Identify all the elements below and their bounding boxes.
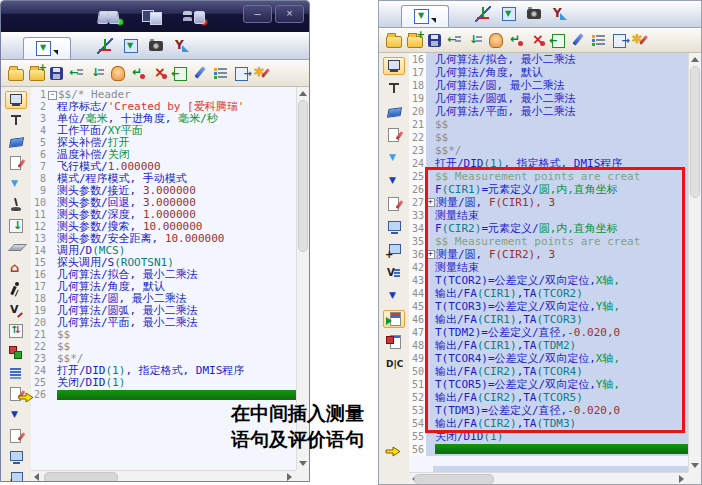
outline-tree-icon[interactable] <box>213 65 229 81</box>
code-line-20[interactable]: 20几何算法/平面, 最小二乘法 <box>409 105 688 118</box>
code-line-21[interactable]: 21$$ <box>409 118 688 131</box>
editor-window-icon[interactable] <box>124 39 138 53</box>
code-line-42[interactable]: 42测量结束 <box>409 261 688 274</box>
code-line-25[interactable]: 25关闭/DID(1) <box>31 377 296 389</box>
minimize-button[interactable]: – <box>243 5 272 23</box>
code-line-34[interactable]: 34F(CIR2)=元素定义/圆,内,直角坐标 <box>409 222 688 235</box>
sidebar-plane-tool-icon[interactable] <box>5 238 27 256</box>
sidebar-pin-editor-icon[interactable] <box>5 91 27 109</box>
sidebar-expand-arrow-dark2-icon[interactable] <box>383 287 405 305</box>
tab-program-editor[interactable] <box>23 37 71 59</box>
edit-pen-icon[interactable] <box>570 32 586 48</box>
goto-next-icon[interactable] <box>467 32 483 48</box>
code-line-50[interactable]: 50输出/FA(CIR2),TA(TCOR4) <box>409 365 688 378</box>
hand-pan-icon[interactable] <box>489 33 503 48</box>
code-line-35[interactable]: 35$$ Measurement points are creat <box>409 235 688 248</box>
sidebar-eval-list-icon[interactable] <box>383 333 405 351</box>
vertical-scroll-thumb[interactable] <box>690 66 700 198</box>
fold-toggle-icon[interactable]: - <box>48 91 57 100</box>
export-code-icon[interactable] <box>613 34 626 48</box>
horizontal-scrollbar[interactable] <box>31 470 296 482</box>
camera-icon[interactable] <box>527 9 541 19</box>
horizontal-scroll-thumb[interactable] <box>414 474 494 485</box>
open-add-icon[interactable] <box>29 69 45 81</box>
sidebar-program-lines-icon[interactable] <box>5 364 27 382</box>
sidebar-expand-arrow-dark-icon[interactable] <box>383 172 405 190</box>
sidebar-swap-axes-icon[interactable] <box>5 322 27 340</box>
code-line-25[interactable]: 25$$ Measurement points are creat <box>409 170 688 183</box>
sidebar-eraser-icon[interactable] <box>383 103 405 121</box>
sidebar-expand-arrow-dark-icon[interactable] <box>5 406 27 424</box>
highlight-pen-icon[interactable] <box>631 32 647 48</box>
sidebar-note-edit-icon[interactable] <box>5 154 27 172</box>
edit-pen-icon[interactable] <box>192 65 208 81</box>
code-line-19[interactable]: 19几何算法/圆弧, 最小二乘法 <box>409 92 688 105</box>
horizontal-scroll-thumb[interactable] <box>44 472 118 482</box>
code-line-45[interactable]: 45T(TCOR3)=公差定义/双向定位,Y轴, <box>409 300 688 313</box>
code-line-52[interactable]: 52输出/FA(CIR2),TA(TCOR5) <box>409 391 688 404</box>
sidebar-expand-arrow-icon[interactable] <box>5 175 27 193</box>
insert-line-icon[interactable] <box>130 65 146 81</box>
code-line-56[interactable]: 56 <box>409 443 688 456</box>
delete-line-icon[interactable] <box>529 32 545 48</box>
code-line-46[interactable]: 46输出/FA(CIR1),TA(TCOR3) <box>409 313 688 326</box>
import-code-icon[interactable] <box>174 67 187 81</box>
code-line-23[interactable]: 23$$*/ <box>409 144 688 157</box>
code-line-24[interactable]: 24打开/DID(1), 指定格式, DMIS程序 <box>409 157 688 170</box>
sidebar-monitor-view-icon[interactable] <box>5 448 27 466</box>
scroll-right-icon[interactable] <box>675 473 687 485</box>
editor-window-icon[interactable] <box>502 7 516 21</box>
export-code-icon[interactable] <box>235 67 248 81</box>
fold-toggle-icon[interactable]: + <box>426 250 435 259</box>
code-line-26[interactable]: 26 <box>31 389 296 401</box>
tab-program-editor[interactable] <box>401 5 449 27</box>
code-line-18[interactable]: 18几何算法/圆, 最小二乘法 <box>409 79 688 92</box>
code-line-20[interactable]: 20几何算法/平面, 最小二乘法 <box>31 317 296 329</box>
sidebar-mirror-tool-icon[interactable] <box>383 356 405 374</box>
sidebar-monitor-view-icon[interactable] <box>383 218 405 236</box>
code-line-51[interactable]: 51T(TCOR5)=公差定义/双向定位,Y轴, <box>409 378 688 391</box>
probe-setup-icon[interactable] <box>552 6 568 22</box>
probe-pair-icon[interactable] <box>97 9 123 25</box>
code-line-47[interactable]: 47T(TDM2)=公差定义/直径,-0.020,0 <box>409 326 688 339</box>
scroll-up-icon[interactable] <box>297 88 309 100</box>
close-button[interactable]: × <box>275 5 304 23</box>
code-line-43[interactable]: 43T(TCOR2)=公差定义/双向定位,X轴, <box>409 274 688 287</box>
scroll-left-icon[interactable] <box>32 471 44 482</box>
sidebar-monitor-add-icon[interactable] <box>383 241 405 259</box>
probe-setup-icon[interactable] <box>174 38 190 54</box>
open-file-icon[interactable] <box>386 36 402 48</box>
outline-tree-icon[interactable] <box>591 32 607 48</box>
save-icon[interactable] <box>50 67 63 80</box>
code-line-33[interactable]: 33测量结束 <box>409 209 688 222</box>
code-line-27[interactable]: 27+测量/圆, F(CIR1), 3 <box>409 196 688 209</box>
camera-icon[interactable] <box>149 41 163 51</box>
sidebar-pin-editor-icon[interactable] <box>383 57 405 75</box>
goto-prev-icon[interactable] <box>68 65 84 81</box>
sidebar-probe-edit-icon[interactable] <box>5 112 27 130</box>
code-line-26[interactable]: 26F(CIR1)=元素定义/圆,内,直角坐标 <box>409 183 688 196</box>
save-icon[interactable] <box>428 34 441 47</box>
sidebar-expand-arrow-icon[interactable] <box>383 149 405 167</box>
sidebar-note-edit2-icon[interactable] <box>5 427 27 445</box>
hand-pan-icon[interactable] <box>111 66 125 81</box>
sidebar-note-edit2-icon[interactable] <box>383 195 405 213</box>
code-editor[interactable]: 16几何算法/拟合, 最小二乘法17几何算法/角度, 默认18几何算法/圆, 最… <box>409 53 701 485</box>
code-line-22[interactable]: 22$$ <box>409 131 688 144</box>
open-file-icon[interactable] <box>8 69 24 81</box>
code-line-44[interactable]: 44输出/FA(CIR1),TA(TCOR2) <box>409 287 688 300</box>
scroll-up-icon[interactable] <box>689 54 701 66</box>
goto-prev-icon[interactable] <box>446 32 462 48</box>
code-line-16[interactable]: 16几何算法/拟合, 最小二乘法 <box>409 53 688 66</box>
open-add-icon[interactable] <box>407 36 423 48</box>
scroll-right-icon[interactable] <box>283 471 295 482</box>
sidebar-variable-list-icon[interactable] <box>383 264 405 282</box>
import-code-icon[interactable] <box>552 34 565 48</box>
insert-line-icon[interactable] <box>508 32 524 48</box>
vertical-scroll-thumb[interactable] <box>298 100 308 252</box>
sidebar-home-position-icon[interactable] <box>5 259 27 277</box>
sidebar-joystick-icon[interactable] <box>5 196 27 214</box>
fold-toggle-icon[interactable]: + <box>426 198 435 207</box>
window-swap-icon[interactable] <box>139 9 165 25</box>
code-line-36[interactable]: 36+测量/圆, F(CIR2), 3 <box>409 248 688 261</box>
